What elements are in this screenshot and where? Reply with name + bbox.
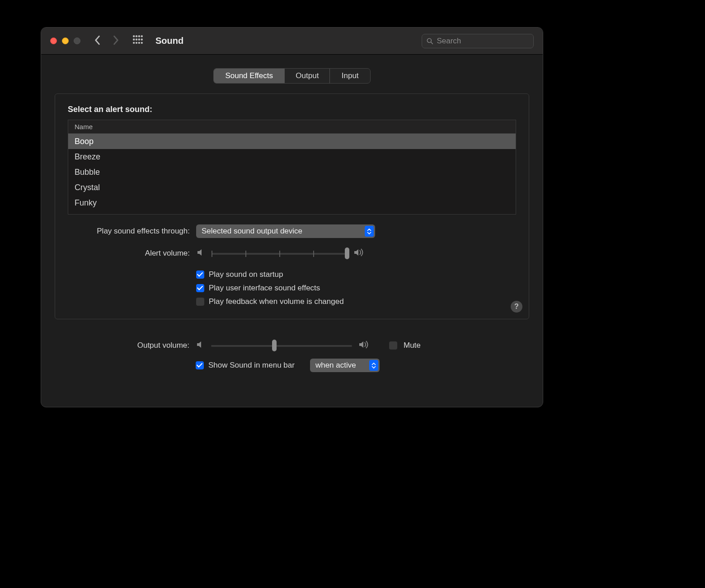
titlebar: Sound xyxy=(41,28,543,55)
window-title: Sound xyxy=(155,36,183,46)
play-through-label: Play sound effects through: xyxy=(68,227,196,236)
play-feedback-checkbox[interactable] xyxy=(196,298,204,306)
svg-point-7 xyxy=(141,38,143,40)
help-button[interactable]: ? xyxy=(511,301,522,313)
list-item[interactable]: Boop xyxy=(68,134,516,149)
mute-label: Mute xyxy=(404,341,421,350)
volume-high-icon xyxy=(353,248,365,258)
list-item[interactable]: Funky xyxy=(68,195,516,210)
close-button[interactable] xyxy=(50,37,57,44)
volume-low-icon xyxy=(196,248,205,258)
slider-thumb[interactable] xyxy=(345,247,349,259)
alert-sound-list[interactable]: Name Boop Breeze Bubble Crystal Funky He… xyxy=(68,120,516,215)
volume-low-icon xyxy=(196,340,205,350)
sound-preferences-window: Sound Sound Effects Output Input Select … xyxy=(41,27,543,407)
minimize-button[interactable] xyxy=(62,37,69,44)
menu-bar-row: Show Sound in menu bar when active xyxy=(67,359,517,372)
tabbar: Sound Effects Output Input xyxy=(213,68,371,84)
play-startup-checkbox[interactable] xyxy=(196,271,204,279)
play-startup-label: Play sound on startup xyxy=(209,270,283,279)
tab-output[interactable]: Output xyxy=(285,69,330,83)
tab-input[interactable]: Input xyxy=(330,69,370,83)
nav-arrows xyxy=(94,35,119,47)
play-through-popup[interactable]: Selected sound output device xyxy=(196,224,375,238)
output-volume-label: Output volume: xyxy=(67,341,196,350)
tab-sound-effects[interactable]: Sound Effects xyxy=(214,69,285,83)
svg-point-10 xyxy=(138,42,140,44)
list-item[interactable]: Heroine xyxy=(68,210,516,215)
svg-point-9 xyxy=(136,42,137,44)
output-volume-row: Output volume: xyxy=(67,340,517,350)
list-item[interactable]: Bubble xyxy=(68,164,516,180)
slider-thumb[interactable] xyxy=(272,340,277,351)
sound-effects-pane: Select an alert sound: Name Boop Breeze … xyxy=(55,93,529,319)
alert-volume-label: Alert volume: xyxy=(68,249,196,258)
svg-point-8 xyxy=(133,42,135,44)
svg-point-4 xyxy=(133,38,135,40)
forward-button xyxy=(113,35,119,47)
alert-sound-label: Select an alert sound: xyxy=(68,105,516,114)
svg-point-6 xyxy=(138,38,140,40)
svg-point-3 xyxy=(141,35,143,37)
svg-point-1 xyxy=(136,35,137,37)
chevron-up-down-icon xyxy=(365,226,374,237)
column-header-name[interactable]: Name xyxy=(68,120,516,134)
play-ui-sounds-label: Play user interface sound effects xyxy=(209,284,320,293)
list-item[interactable]: Crystal xyxy=(68,180,516,195)
svg-line-13 xyxy=(431,42,432,44)
mute-checkbox[interactable] xyxy=(389,341,397,350)
svg-point-5 xyxy=(136,38,137,40)
alert-volume-row: Alert volume: xyxy=(68,248,516,258)
menubar-condition-popup[interactable]: when active xyxy=(310,359,380,372)
alert-volume-slider[interactable] xyxy=(212,249,347,258)
output-section: Output volume: xyxy=(55,319,529,372)
search-icon xyxy=(427,37,433,45)
play-through-value: Selected sound output device xyxy=(202,227,302,236)
startup-row: Play sound on startup xyxy=(68,270,516,279)
svg-point-2 xyxy=(138,35,140,37)
svg-point-0 xyxy=(133,35,135,37)
search-input[interactable] xyxy=(437,37,529,46)
alert-sound-list-body: Boop Breeze Bubble Crystal Funky Heroine xyxy=(68,134,516,215)
zoom-button xyxy=(74,37,80,44)
show-all-button[interactable] xyxy=(133,35,143,47)
list-item[interactable]: Breeze xyxy=(68,149,516,164)
back-button[interactable] xyxy=(94,35,100,47)
search-field[interactable] xyxy=(422,34,534,48)
feedback-row: Play feedback when volume is changed xyxy=(68,297,516,306)
ui-sounds-row: Play user interface sound effects xyxy=(68,284,516,293)
svg-point-11 xyxy=(141,42,143,44)
window-controls xyxy=(50,37,80,44)
play-ui-sounds-checkbox[interactable] xyxy=(196,284,204,292)
show-menubar-checkbox[interactable] xyxy=(196,361,204,369)
chevron-up-down-icon xyxy=(369,360,378,371)
show-menubar-label: Show Sound in menu bar xyxy=(208,361,295,370)
menubar-condition-value: when active xyxy=(315,361,356,370)
output-volume-slider[interactable] xyxy=(211,341,352,350)
volume-high-icon xyxy=(358,340,370,350)
play-through-row: Play sound effects through: Selected sou… xyxy=(68,224,516,238)
play-feedback-label: Play feedback when volume is changed xyxy=(209,297,344,306)
content: Sound Effects Output Input Select an ale… xyxy=(41,55,543,372)
